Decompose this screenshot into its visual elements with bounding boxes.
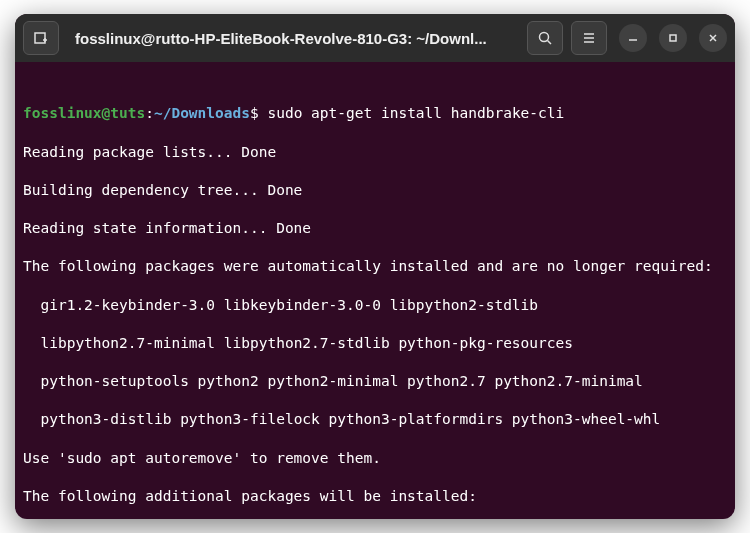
output-line: gir1.2-keybinder-3.0 libkeybinder-3.0-0 … bbox=[23, 296, 727, 315]
window-title: fosslinux@rutto-HP-EliteBook-Revolve-810… bbox=[67, 30, 519, 47]
menu-button[interactable] bbox=[571, 21, 607, 55]
svg-line-4 bbox=[548, 41, 552, 45]
new-tab-button[interactable] bbox=[23, 21, 59, 55]
output-line: Building dependency tree... Done bbox=[23, 181, 727, 200]
close-icon bbox=[707, 32, 719, 44]
search-icon bbox=[537, 30, 553, 46]
prompt-line: fosslinux@tuts:~/Downloads$ sudo apt-get… bbox=[23, 104, 727, 123]
output-line: Use 'sudo apt autoremove' to remove them… bbox=[23, 449, 727, 468]
command-text: sudo apt-get install handbrake-cli bbox=[267, 105, 564, 121]
svg-rect-9 bbox=[670, 35, 676, 41]
prompt-symbol: $ bbox=[250, 105, 259, 121]
output-line: The following additional packages will b… bbox=[23, 487, 727, 506]
minimize-button[interactable] bbox=[619, 24, 647, 52]
close-button[interactable] bbox=[699, 24, 727, 52]
hamburger-icon bbox=[581, 30, 597, 46]
prompt-user: fosslinux@tuts bbox=[23, 105, 145, 121]
maximize-button[interactable] bbox=[659, 24, 687, 52]
prompt-path: ~/Downloads bbox=[154, 105, 250, 121]
search-button[interactable] bbox=[527, 21, 563, 55]
titlebar: fosslinux@rutto-HP-EliteBook-Revolve-810… bbox=[15, 14, 735, 62]
minimize-icon bbox=[627, 32, 639, 44]
terminal-window: fosslinux@rutto-HP-EliteBook-Revolve-810… bbox=[15, 14, 735, 519]
svg-point-3 bbox=[540, 33, 549, 42]
svg-rect-0 bbox=[35, 33, 45, 43]
output-line: Reading state information... Done bbox=[23, 219, 727, 238]
output-line: python3-distlib python3-filelock python3… bbox=[23, 410, 727, 429]
output-line: Reading package lists... Done bbox=[23, 143, 727, 162]
terminal-content[interactable]: fosslinux@tuts:~/Downloads$ sudo apt-get… bbox=[15, 62, 735, 519]
output-line: libpython2.7-minimal libpython2.7-stdlib… bbox=[23, 334, 727, 353]
prompt-sep: : bbox=[145, 105, 154, 121]
output-line: python-setuptools python2 python2-minima… bbox=[23, 372, 727, 391]
output-line: The following packages were automaticall… bbox=[23, 257, 727, 276]
new-tab-icon bbox=[33, 30, 49, 46]
maximize-icon bbox=[667, 32, 679, 44]
